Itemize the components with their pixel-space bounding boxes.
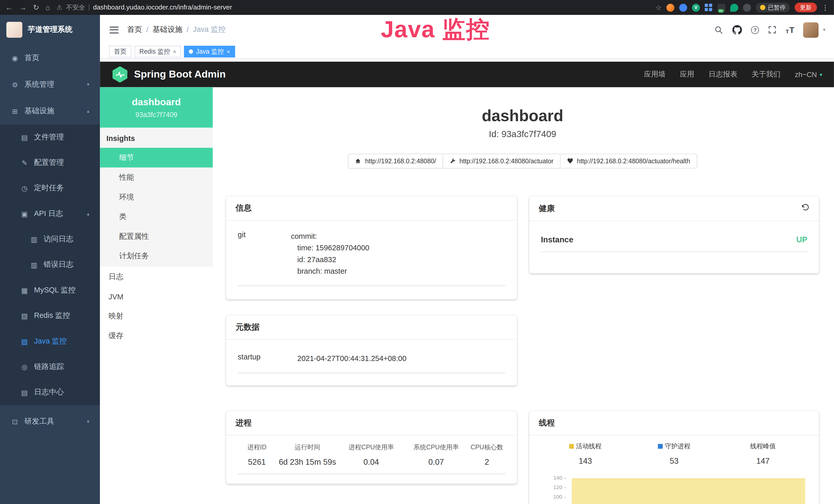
threads-card-title: 线程 xyxy=(539,418,555,428)
health-instance-row[interactable]: Instance UP xyxy=(541,221,807,252)
sidebar-item-trace[interactable]: ◎ 链路追踪 xyxy=(0,354,100,380)
sba-item-metrics[interactable]: 性能 xyxy=(100,167,213,187)
back-icon[interactable]: ← xyxy=(5,3,13,12)
health-url-link[interactable]: http://192.168.0.2:48080/actuator/health xyxy=(561,154,697,168)
history-icon[interactable] xyxy=(801,203,809,214)
app-logo[interactable]: 芋道管理系统 xyxy=(0,15,100,45)
sba-item-jvm[interactable]: JVM xyxy=(100,287,213,306)
sidebar-item-devtools[interactable]: ⊡ 研发工具 ▾ xyxy=(0,408,100,435)
dashboard-icon: ◉ xyxy=(10,54,19,62)
sidebar-item-infra[interactable]: ⊞ 基础设施 ▴ xyxy=(0,98,100,124)
hamburger-icon[interactable] xyxy=(108,24,119,35)
y-axis-tick: 120 xyxy=(545,484,566,490)
forward-icon[interactable]: → xyxy=(19,3,27,12)
instance-header[interactable]: dashboard 93a3fc7f7409 xyxy=(100,87,213,128)
url-text[interactable]: dashboard.yudao.iocoder.cn/infra/admin-s… xyxy=(93,4,232,11)
sidebar-item-log-center[interactable]: ▤ 日志中心 xyxy=(0,380,100,405)
extension-paw-icon[interactable] xyxy=(743,3,751,11)
update-button[interactable]: 更新 xyxy=(795,3,817,12)
font-size-icon[interactable]: TT xyxy=(786,25,794,34)
avatar-caret-icon[interactable]: ▾ xyxy=(823,27,825,32)
home-icon[interactable]: ⌂ xyxy=(46,3,50,12)
metadata-value: 2021-04-27T00:44:31.254+08:00 xyxy=(298,352,407,364)
sba-item-classes[interactable]: 类 xyxy=(100,207,213,227)
paused-badge[interactable]: 已暂停 xyxy=(756,3,790,12)
app-title: 芋道管理系统 xyxy=(28,25,72,35)
nav-journal[interactable]: 日志报表 xyxy=(709,70,738,79)
sidebar-item-files[interactable]: ▤ 文件管理 xyxy=(0,124,100,150)
help-icon[interactable]: ? xyxy=(751,26,759,33)
chevron-up-icon: ▴ xyxy=(87,211,89,216)
info-card: 信息 git commit: time: 1596289704000 xyxy=(226,196,517,299)
extension-leaf-icon[interactable] xyxy=(730,3,738,11)
close-icon[interactable]: × xyxy=(173,48,176,55)
extension-v-icon[interactable]: V xyxy=(692,3,700,11)
actuator-url-link[interactable]: http://192.168.0.2:48080/actuator xyxy=(443,154,561,168)
extension-grid-icon[interactable] xyxy=(705,3,713,11)
health-card-title: 健康 xyxy=(539,203,555,213)
github-icon[interactable] xyxy=(732,25,742,35)
metadata-card-title: 元数据 xyxy=(236,322,259,332)
fullscreen-icon[interactable] xyxy=(768,25,776,34)
language-select[interactable]: zh~CN ▾ xyxy=(795,70,822,78)
sidebar-item-java[interactable]: ▧ Java 监控 xyxy=(0,329,100,354)
mysql-icon: ▦ xyxy=(20,286,29,294)
chevron-down-icon: ▾ xyxy=(87,82,89,87)
sidebar-item-system[interactable]: ⚙ 系统管理 ▾ xyxy=(0,71,100,98)
metadata-card: 元数据 startup 2021-04-27T00:44:31.254+08:0… xyxy=(226,315,517,385)
extension-drop-icon[interactable] xyxy=(679,3,687,11)
sidebar-item-jobs[interactable]: ◷ 定时任务 xyxy=(0,175,100,201)
cpu-cores-value: 2 xyxy=(468,457,505,466)
uptime-value: 6d 23h 15m 59s xyxy=(276,457,339,466)
tab-redis[interactable]: Redis 监控 × xyxy=(135,46,181,58)
browser-menu-icon[interactable]: ⋮ xyxy=(822,3,829,11)
sba-item-config-props[interactable]: 配置属性 xyxy=(100,226,213,246)
search-icon[interactable] xyxy=(714,25,723,34)
avatar[interactable] xyxy=(804,22,819,38)
sba-item-caches[interactable]: 缓存 xyxy=(100,326,213,346)
nav-wall[interactable]: 应用墙 xyxy=(644,70,665,79)
breadcrumb-section[interactable]: 基础设施 xyxy=(153,25,182,35)
sba-brand[interactable]: Spring Boot Admin xyxy=(112,66,226,83)
nav-applications[interactable]: 应用 xyxy=(680,70,694,79)
app-header: 首页 / 基础设施 / Java 监控 ? xyxy=(100,15,834,45)
system-cpu-value: 0.07 xyxy=(404,457,469,466)
page-title: dashboard xyxy=(226,106,819,125)
process-card-title: 进程 xyxy=(236,418,251,428)
health-key: Instance xyxy=(541,235,573,244)
log-center-icon: ▤ xyxy=(20,388,29,396)
info-key: git xyxy=(238,230,291,277)
sba-item-environment[interactable]: 环境 xyxy=(100,187,213,207)
sidebar-item-redis[interactable]: ▨ Redis 监控 xyxy=(0,303,100,328)
process-cpu-value: 0.04 xyxy=(339,457,404,466)
tab-home[interactable]: 首页 xyxy=(109,46,131,58)
process-id-value: 5261 xyxy=(238,457,276,466)
sidebar-item-home[interactable]: ◉ 首页 xyxy=(0,45,100,71)
threads-chart: 140 120 100 xyxy=(541,471,807,504)
sidebar-item-config[interactable]: ✎ 配置管理 xyxy=(0,150,100,175)
address-bar[interactable]: ⚠ 不安全 dashboard.yudao.iocoder.cn/infra/a… xyxy=(57,3,649,12)
sidebar-item-api-log[interactable]: ▣ API 日志 ▴ xyxy=(0,201,100,226)
api-log-icon: ▣ xyxy=(20,210,29,218)
sidebar-item-mysql[interactable]: ▦ MySQL 监控 xyxy=(0,278,100,303)
security-label[interactable]: 不安全 xyxy=(66,3,85,12)
extension-on-icon[interactable]: on xyxy=(717,3,725,11)
extension-fox-icon[interactable] xyxy=(666,3,675,11)
breadcrumb-home[interactable]: 首页 xyxy=(127,25,142,35)
sidebar-item-access-log[interactable]: ▥ 访问日志 xyxy=(0,226,100,252)
service-url-link[interactable]: http://192.168.0.2:48080/ xyxy=(348,154,443,168)
reload-icon[interactable]: ↻ xyxy=(33,3,39,12)
admin-sidebar: 芋道管理系统 ◉ 首页 ⚙ 系统管理 ▾ ⊞ 基础设施 ▴ ▤ 文件管理 xyxy=(0,15,100,504)
sba-item-details[interactable]: 细节 xyxy=(100,148,213,168)
metadata-row: startup 2021-04-27T00:44:31.254+08:00 xyxy=(238,340,505,373)
close-icon[interactable]: × xyxy=(226,48,230,55)
sba-item-mappings[interactable]: 映射 xyxy=(100,306,213,326)
tab-java[interactable]: Java 监控 × xyxy=(184,46,235,58)
nav-about[interactable]: 关于我们 xyxy=(752,70,781,79)
sidebar-item-error-log[interactable]: ▥ 错误日志 xyxy=(0,252,100,278)
y-axis-tick: 100 xyxy=(545,494,566,500)
sba-item-scheduled-tasks[interactable]: 计划任务 xyxy=(100,246,213,266)
legend-square-yellow xyxy=(569,444,574,449)
sba-item-logs[interactable]: 日志 xyxy=(100,267,213,287)
bookmark-star-icon[interactable]: ☆ xyxy=(656,3,662,11)
